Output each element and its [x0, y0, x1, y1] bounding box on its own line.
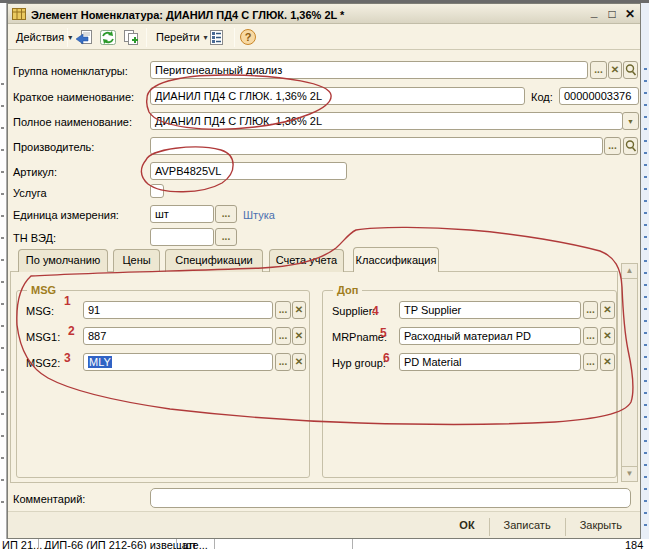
footer-bar: ОК Записать Закрыть [8, 511, 640, 538]
selected-text: MLY [88, 356, 112, 368]
goto-button[interactable]: Перейти ▾ [151, 29, 213, 45]
supplier-input[interactable]: TP Supplier [399, 301, 581, 319]
scroll-up-button[interactable]: ▲ [622, 264, 637, 279]
close-dialog-button[interactable]: Закрыть [566, 514, 636, 536]
manufacturer-label: Производитель: [13, 141, 94, 154]
hypgroup-input[interactable]: PD Material [399, 353, 581, 371]
chevron-down-icon: ▾ [68, 33, 72, 42]
msg-row-label: MSG: [26, 305, 54, 318]
group-search-button[interactable] [623, 61, 638, 79]
supplier-clear-button[interactable]: ✕ [600, 301, 615, 319]
unit-ellipsis-button[interactable]: ... [215, 205, 237, 223]
background-right-strip [641, 3, 649, 549]
comment-label: Комментарий: [13, 493, 85, 506]
screen: ИП 21... ДИП-66 (ИП 212-66) извещате... … [0, 0, 649, 549]
background-left-strip [0, 3, 7, 549]
magnifier-icon [624, 139, 637, 153]
msg-row-ellipsis-button[interactable]: ... [275, 301, 291, 319]
unit-label: Единица измерения: [13, 209, 119, 222]
mrpname-clear-button[interactable]: ✕ [600, 327, 615, 345]
group-field-label: Группа номенклатуры: [13, 65, 128, 78]
dop-group-title: Доп [333, 284, 362, 297]
toolbar-separator [146, 28, 147, 47]
hypgroup-label: Hyp group: [332, 357, 386, 370]
tab-classification[interactable]: Классификация [353, 247, 439, 272]
article-label: Артикул: [13, 166, 57, 179]
tnved-input[interactable] [150, 228, 214, 246]
annotation-number-1: 1 [64, 295, 71, 308]
window-title: Элемент Номенклатура: ДИАНИЛ ПД4 С ГЛЮК.… [31, 9, 344, 22]
toolbar-separator [234, 28, 235, 47]
hypgroup-clear-button[interactable]: ✕ [600, 353, 615, 371]
code-label: Код: [531, 91, 553, 104]
comment-input[interactable] [150, 488, 631, 508]
background-table-row: ИП 21... ДИП-66 (ИП 212-66) извещате... … [0, 539, 649, 549]
write-button[interactable]: Записать [490, 514, 565, 536]
annotation-number-6: 6 [383, 352, 390, 365]
msg-row-clear-button[interactable]: ✕ [292, 301, 306, 319]
manufacturer-search-button[interactable] [623, 137, 638, 155]
article-input[interactable]: AVPB4825VL [150, 162, 347, 180]
msg2-row-label: MSG2: [26, 357, 60, 370]
help-icon[interactable]: ? [240, 29, 256, 45]
mrpname-label: MRPname: [332, 331, 387, 344]
annotation-number-5: 5 [380, 327, 387, 340]
copy-add-icon[interactable] [122, 29, 140, 46]
maximize-button[interactable]: □ [604, 8, 620, 21]
bg-cell-1: ИП 21... [2, 539, 42, 549]
scroll-down-button[interactable]: ▼ [622, 466, 637, 481]
msg-group-title: MSG [27, 284, 60, 297]
scrollbar[interactable]: ▲ ▼ [621, 263, 638, 482]
msg2-row-ellipsis-button[interactable]: ... [275, 353, 291, 371]
supplier-label: Supplier: [332, 305, 375, 318]
manufacturer-input[interactable] [150, 137, 603, 155]
group-clear-button[interactable]: ✕ [608, 61, 622, 79]
short-name-input[interactable]: ДИАНИЛ ПД4 С ГЛЮК. 1,36% 2L [150, 87, 525, 105]
msg1-row-label: MSG1: [26, 331, 60, 344]
chevron-down-icon: ▾ [204, 33, 208, 42]
short-name-label: Краткое наименование: [13, 91, 134, 104]
service-checkbox[interactable] [150, 184, 164, 198]
service-label: Услуга [13, 187, 47, 200]
minimize-button[interactable]: _ [586, 6, 602, 19]
annotation-number-2: 2 [68, 325, 75, 338]
toolbar-separator [67, 28, 68, 47]
code-input[interactable]: 00000003376 [559, 87, 639, 105]
group-ellipsis-button[interactable]: ... [590, 61, 607, 79]
mrpname-ellipsis-button[interactable]: ... [583, 327, 598, 345]
tab-prices[interactable]: Цены [113, 249, 160, 272]
full-name-label: Полное наименование: [13, 116, 132, 129]
msg1-row-clear-button[interactable]: ✕ [292, 327, 306, 345]
structure-icon[interactable] [208, 29, 225, 46]
full-name-combo[interactable]: ДИАНИЛ ПД4 С ГЛЮК. 1,36% 2L [150, 112, 623, 130]
mrpname-input[interactable]: Расходный материал PD [399, 327, 581, 345]
tab-default[interactable]: По умолчанию [18, 249, 108, 272]
msg1-row-ellipsis-button[interactable]: ... [275, 327, 291, 345]
tab-specifications[interactable]: Спецификации [165, 249, 263, 272]
unit-hint: Штука [243, 209, 275, 222]
close-button[interactable]: ✕ [622, 8, 638, 21]
magnifier-icon [624, 63, 637, 77]
tnved-label: ТН ВЭД: [13, 232, 56, 245]
manufacturer-ellipsis-button[interactable]: ... [604, 137, 621, 155]
annotation-number-4: 4 [372, 305, 379, 318]
window-icon [12, 8, 26, 20]
hypgroup-ellipsis-button[interactable]: ... [583, 353, 598, 371]
ok-button[interactable]: ОК [445, 514, 488, 536]
full-name-dropdown-button[interactable]: ▼ [622, 112, 639, 130]
msg-row-input[interactable]: 91 [83, 301, 273, 319]
tab-accounts[interactable]: Счета учета [269, 249, 344, 272]
tnved-ellipsis-button[interactable]: ... [215, 228, 237, 246]
msg2-row-input[interactable]: MLY [83, 353, 273, 371]
msg2-row-clear-button[interactable]: ✕ [292, 353, 306, 371]
unit-input[interactable]: шт [150, 205, 214, 223]
group-field-input[interactable]: Перитонеальный диализ [150, 61, 588, 79]
supplier-ellipsis-button[interactable]: ... [583, 301, 598, 319]
reread-icon[interactable] [75, 29, 93, 46]
bg-cell-right: 184 [625, 539, 643, 549]
bg-cell-3: шт [183, 539, 197, 549]
msg1-row-input[interactable]: 887 [83, 327, 273, 345]
refresh-icon[interactable] [99, 29, 117, 46]
annotation-number-3: 3 [64, 352, 71, 365]
